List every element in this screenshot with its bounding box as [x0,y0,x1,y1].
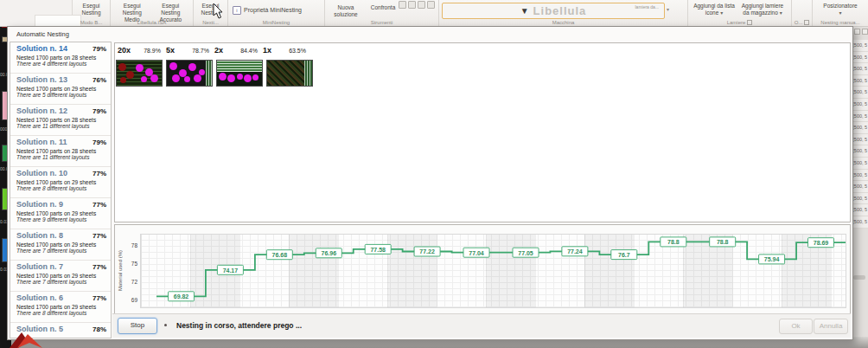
preview-zoom-label: 1x63.5% [261,46,310,55]
macchina-note: lamiera da... [635,4,659,10]
dialog-launcher-icon[interactable] [804,20,809,25]
save-icon[interactable] [427,1,435,9]
sheet-list-item[interactable]: (500, 5 [852,181,868,193]
svg-text:76.68: 76.68 [272,252,288,258]
sheet-list: (500, 5(500, 5(500, 5(500, 5(500, 5(500,… [852,40,868,229]
aggiungi-lista-icone-button[interactable]: Aggiungi da lista icone ▾ [691,2,737,17]
ribbon-group-strumenti: Nuova soluzione Confronta Strumenti [325,0,439,26]
solution-item[interactable]: Solution n. 1479%Nested 1700 parts on 28… [10,42,111,74]
svg-text:77.58: 77.58 [370,247,386,253]
solution-item[interactable]: Solution n. 1376%Nested 1700 parts on 29… [10,74,111,105]
svg-text:74.17: 74.17 [223,267,239,274]
cancel-button[interactable]: Annulla [814,319,848,334]
libellula-logo-text: Libellula [533,4,587,17]
stop-button[interactable]: Stop [118,318,157,334]
group-label-lamiere: Lamiere [688,20,791,25]
sheet-list-item[interactable]: (500, 5 [852,122,868,134]
svg-text:77.22: 77.22 [419,248,435,255]
sheet-list-item[interactable]: (500, 5 [852,170,868,182]
solution-item[interactable]: Solution n. 977%Nested 1700 parts on 29 … [10,198,111,229]
group-label-mininesting: MiniNesting [228,20,324,25]
libellula-logo-icon: ▼ [520,7,529,16]
ribbon: Esegui Nesting Modo B... Esegui Nesting … [0,0,868,27]
sheet-list-item[interactable]: (500, 5 [852,204,868,216]
preview-zoom-label: 2x84.4% [213,46,261,55]
sheet-list-item[interactable]: (500, 5 [852,99,868,111]
nesting-thumbnail[interactable] [116,60,163,87]
dialog-statusbar: Stop Nesting in corso, attendere prego .… [112,313,851,338]
sheet-list-item[interactable]: (500, 5 [852,216,868,229]
preview-zoom-label: 20x78.9% [116,46,164,55]
ribbon-group-o: O... [792,0,813,26]
sheet-list-item[interactable]: (500, 5 [852,111,868,123]
nuova-soluzione-button[interactable]: Nuova soluzione [328,3,364,19]
proprieta-mininesting-button[interactable]: i Proprietà MiniNesting [231,5,303,16]
svg-text:77.04: 77.04 [469,250,484,256]
ribbon-group-nesting-manuale: Posizionatore▾ Nesting manua... [813,0,868,26]
panel-mini-icons [854,29,868,35]
svg-text:69.82: 69.82 [174,293,189,300]
svg-text:78.8: 78.8 [717,239,729,245]
spinner-arrow-icon[interactable]: ▾ [667,6,669,12]
solution-item[interactable]: Solution n. 1279%Nested 1700 parts on 28… [10,105,111,136]
y-axis-tick: 72 [124,279,137,285]
step-line-chart: 69.8274.1776.6876.9677.5877.2277.0477.05… [141,235,846,307]
nesting-thumbnail[interactable] [166,60,213,87]
dialog-title: Automatic Nesting [16,30,69,38]
sheet-list-item[interactable]: (500, 5 [852,75,868,87]
svg-text:76.7: 76.7 [618,252,630,258]
minimize-icon[interactable] [854,29,860,35]
info-icon[interactable] [418,1,425,9]
posizionatore-button[interactable]: Posizionatore▾ [815,2,865,17]
svg-text:75.94: 75.94 [764,256,780,262]
chevron-down-icon: ▾ [839,10,841,16]
chart-ylabel: Material used (%) [118,235,123,305]
ok-button[interactable]: Ok [779,319,813,334]
sheet-list-item[interactable]: (500, 5 [852,193,868,205]
y-axis-tick: 75 [124,261,137,267]
solution-item[interactable]: Solution n. 777%Nested 1700 parts on 29 … [10,261,111,292]
svg-text:78.8: 78.8 [667,239,680,245]
confronta-button[interactable]: Confronta [364,3,402,12]
sheet-list-item[interactable]: (500, 5 [852,52,868,64]
h-scrollbar[interactable] [853,275,865,280]
nesting-thumbnail[interactable] [266,60,313,87]
svg-text:77.05: 77.05 [518,250,533,256]
background-sheet-list-panel: (500, 5(500, 5(500, 5(500, 5(500, 5(500,… [852,26,868,348]
macchina-selector[interactable]: ▼ Libellula lamiera da... [442,3,665,19]
sheet-list-item[interactable]: (500, 5 [852,158,868,170]
sheet-list-item[interactable]: (500, 5 [852,63,868,75]
pin-icon[interactable] [862,29,868,35]
solution-item[interactable]: Solution n. 1077%Nested 1700 parts on 29… [10,167,111,198]
mouse-cursor [213,3,223,23]
group-label-o: O... [792,20,812,25]
ribbon-group-mininesting: i Proprietà MiniNesting MiniNesting [228,0,325,26]
preview-tiles [116,60,313,87]
export-icon[interactable] [408,1,416,9]
solution-item[interactable]: Solution n. 877%Nested 1700 parts on 29 … [10,229,111,261]
y-axis-tick: 78 [124,242,137,248]
solutions-list: Solution n. 1479%Nested 1700 parts on 28… [10,42,112,338]
copy-icon[interactable] [399,1,406,9]
nesting-thumbnail[interactable] [216,60,263,87]
sheet-list-item[interactable]: (500, 5 [852,40,868,52]
ribbon-group-nexti: Esegui Nesting Nexti... [194,0,228,26]
solution-item[interactable]: Solution n. 1179%Nested 1700 parts on 28… [10,136,111,167]
esegui-nesting-button[interactable]: Esegui Nesting [75,2,107,17]
sheet-list-item[interactable]: (500, 5 [852,134,868,146]
status-message: Nesting in corso, attendere prego ... [176,321,302,330]
chart-plot-area: 69.8274.1776.6876.9677.5877.2277.0477.05… [140,234,846,308]
automatic-nesting-dialog: Automatic Nesting Solution n. 1479%Neste… [7,26,853,340]
strumenti-mini-icons [399,1,435,9]
solution-item[interactable]: Solution n. 677%Nested 1700 parts on 29 … [10,292,111,323]
group-label-modo-b: Modo B... [73,20,110,25]
aggiungi-lamiere-magazzino-button[interactable]: Aggiungi lamiere da magazzino ▾ [737,2,788,17]
preview-header: 20x78.9%5x78.7%2x84.4%1x63.5% [116,46,310,55]
sheet-list-item[interactable]: (500, 5 [852,87,868,99]
dialog-launcher-icon[interactable] [747,20,752,25]
chevron-down-icon: ▾ [720,10,723,16]
sheet-list-item[interactable]: (500, 5 [852,145,868,158]
libellula-arrow-logo [9,331,43,348]
group-label-strumenti: Strumenti [325,20,438,25]
svg-text:78.69: 78.69 [814,240,829,246]
